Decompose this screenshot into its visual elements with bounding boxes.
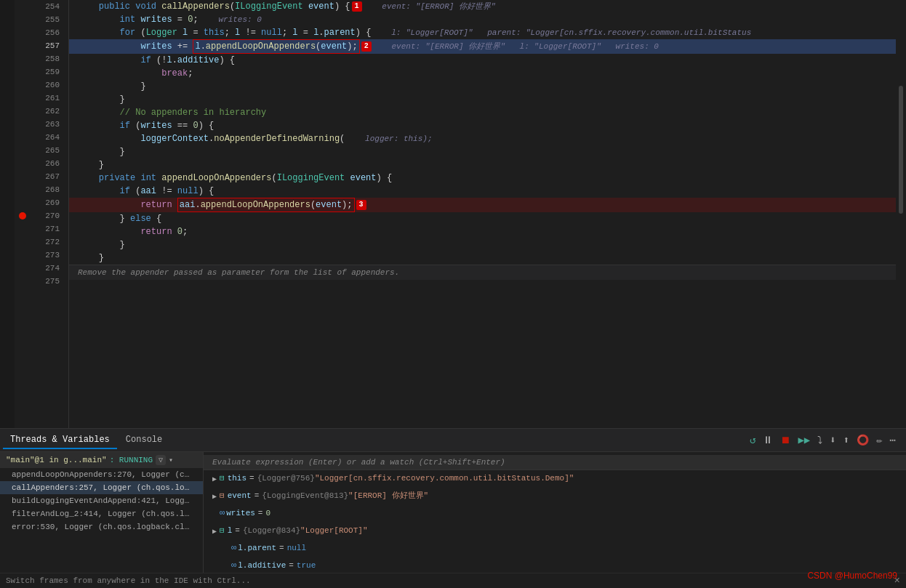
- line-num-270: 270: [15, 209, 63, 222]
- var-expand-this[interactable]: ▶: [212, 473, 217, 486]
- code-line-272: return 0;: [69, 225, 896, 238]
- var-icon-event: ⊟: [220, 489, 225, 502]
- thread-item-1[interactable]: callAppenders:257, Logger (ch.qos.logba: [0, 481, 203, 494]
- var-val-l_parent: null: [287, 541, 306, 555]
- debug-value: l: "Logger[ROOT]" parent: "Logger[cn.sff…: [377, 28, 751, 37]
- step-badge-2: 2: [361, 41, 372, 52]
- var-val-l_additive: true: [297, 559, 316, 572]
- variables-panel: Evaluate expression (Enter) or add a wat…: [204, 452, 906, 573]
- code-line-256: for (Logger l = this; l != null; l = l.p…: [69, 26, 896, 39]
- step-badge-3: 3: [356, 200, 366, 210]
- var-val-writes: 0: [265, 507, 270, 520]
- tab-threads[interactable]: Threads & Variables: [3, 432, 117, 449]
- line-num-261: 261: [15, 92, 63, 105]
- var-eq-l_additive: =: [289, 559, 294, 572]
- thread-item-2[interactable]: buildLoggingEventAndAppend:421, Logger: [0, 494, 203, 507]
- thread-dropdown-button[interactable]: ▾: [169, 456, 173, 464]
- stop-button[interactable]: ⏹: [779, 433, 792, 448]
- var-val-this: "Logger[cn.sffix.recovery.common.util.bi…: [315, 472, 574, 485]
- var-eq-writes: =: [258, 507, 263, 520]
- left-gutter: [0, 0, 15, 428]
- code-line-269: if (aai != null) {: [69, 185, 896, 198]
- line-num-273: 273: [15, 249, 63, 262]
- var-item-writes: ▶∞writes=0: [204, 505, 906, 523]
- code-line-263: if (writes == 0) {: [69, 119, 896, 132]
- thread-name: "main"@1 in g...main": [6, 456, 107, 464]
- thread-header: "main"@1 in g...main" : RUNNING ▽ ▾: [0, 452, 203, 468]
- code-line-255: int writes = 0; writes: 0: [69, 13, 896, 26]
- line-num-258: 258: [15, 52, 63, 65]
- code-content[interactable]: public void callAppenders(ILoggingEvent …: [69, 0, 896, 428]
- var-icon-l: ⊟: [220, 524, 225, 537]
- line-num-275: 275: [15, 275, 63, 288]
- rerun-button[interactable]: ↺: [748, 432, 757, 448]
- line-num-259: 259: [15, 65, 63, 78]
- line-num-267: 267: [15, 170, 63, 183]
- line-num-268: 268: [15, 183, 63, 196]
- code-line-274: }: [69, 251, 896, 265]
- var-eq-l_parent: =: [279, 541, 284, 555]
- line-num-257: 257: [15, 39, 63, 52]
- line-num-266: 266: [15, 157, 63, 170]
- thread-item-4[interactable]: error:530, Logger (ch.qos.logback.classi…: [0, 520, 203, 533]
- panel-toolbar: ↺⏸⏹▶▶⤵⬇⬆⭕✏⋯: [748, 432, 903, 448]
- var-icon-this: ⊟: [220, 472, 225, 485]
- code-line-270: return aai.appendLoopOnAppenders(event);…: [69, 198, 896, 212]
- line-num-255: 255: [15, 13, 63, 26]
- code-line-261: }: [69, 93, 896, 106]
- step-out-button[interactable]: ⬆: [842, 432, 851, 448]
- thread-filter-button[interactable]: ▽: [156, 455, 166, 465]
- var-name-event: event: [228, 489, 252, 502]
- pause-button[interactable]: ⏸: [761, 433, 774, 448]
- var-item-l_additive: ▶∞l.additive=true: [204, 557, 906, 573]
- line-num-272: 272: [15, 235, 63, 249]
- thread-item-0[interactable]: appendLoopOnAppenders:270, Logger (ch.: [0, 468, 203, 481]
- bottom-panel: Threads & VariablesConsole↺⏸⏹▶▶⤵⬇⬆⭕✏⋯ "m…: [0, 428, 906, 588]
- var-item-l_parent: ▶∞l.parent=null: [204, 540, 906, 557]
- line-num-271: 271: [15, 222, 63, 235]
- more-button[interactable]: ⋯: [889, 432, 897, 448]
- debug-value: logger: this);: [350, 134, 432, 143]
- scroll-thumb[interactable]: [899, 86, 903, 214]
- line-num-256: 256: [15, 26, 63, 39]
- line-num-263: 263: [15, 118, 63, 131]
- thread-item-3[interactable]: filterAndLog_2:414, Logger (ch.qos.logba: [0, 507, 203, 520]
- var-val-prefix-event: {LoggingEvent@813}: [262, 489, 348, 502]
- edit-button[interactable]: ✏: [875, 432, 883, 448]
- editor-area: 2542552562572582592602612622632642652662…: [0, 0, 906, 428]
- tab-console[interactable]: Console: [119, 432, 169, 449]
- code-line-262: // No appenders in hierarchy: [69, 106, 896, 119]
- code-line-260: }: [69, 80, 896, 93]
- var-name-writes: writes: [226, 507, 255, 520]
- code-line-257: writes += l.appendLoopOnAppenders(event)…: [69, 39, 896, 54]
- step-over-button[interactable]: ⤵: [816, 433, 824, 448]
- hint-bar: Switch frames from anywhere in the IDE w…: [0, 573, 906, 588]
- debug-value: event: "[ERROR] 你好世界" l: "Logger[ROOT]" …: [377, 42, 659, 51]
- step-into-button[interactable]: ⬇: [828, 432, 837, 448]
- breakpoint-icon[interactable]: [19, 212, 26, 220]
- resume-button[interactable]: ▶▶: [796, 432, 811, 448]
- var-item-l: ▶⊟l={Logger@834} "Logger[ROOT]": [204, 523, 906, 540]
- watermark: CSDN @HumoChen99: [807, 571, 897, 581]
- eval-bar[interactable]: Evaluate expression (Enter) or add a wat…: [204, 455, 906, 470]
- code-line-271: } else {: [69, 212, 896, 225]
- editor-scrollbar[interactable]: [896, 0, 906, 428]
- code-line-254: public void callAppenders(ILoggingEvent …: [69, 0, 896, 13]
- line-num-264: 264: [15, 131, 63, 144]
- code-line-259: break;: [69, 67, 896, 80]
- hint-text: Switch frames from anywhere in the IDE w…: [6, 576, 251, 585]
- mute-button[interactable]: ⭕: [855, 432, 870, 448]
- code-line-265: }: [69, 145, 896, 158]
- var-expand-event[interactable]: ▶: [212, 491, 217, 504]
- code-line-264: loggerContext.noAppenderDefinedWarning( …: [69, 132, 896, 145]
- panel-body: "main"@1 in g...main" : RUNNING ▽ ▾ appe…: [0, 452, 906, 573]
- var-eq-l: =: [235, 524, 240, 537]
- line-number-gutter: 2542552562572582592602612622632642652662…: [15, 0, 69, 428]
- var-icon-writes: ∞: [220, 507, 225, 520]
- line-num-262: 262: [15, 105, 63, 118]
- var-expand-l[interactable]: ▶: [212, 525, 217, 539]
- doc-comment: Remove the appender passed as parameter …: [69, 265, 896, 280]
- var-icon-l_additive: ∞: [231, 559, 236, 572]
- var-name-l: l: [228, 524, 233, 537]
- debug-value: event: "[ERROR] 你好世界": [368, 2, 496, 11]
